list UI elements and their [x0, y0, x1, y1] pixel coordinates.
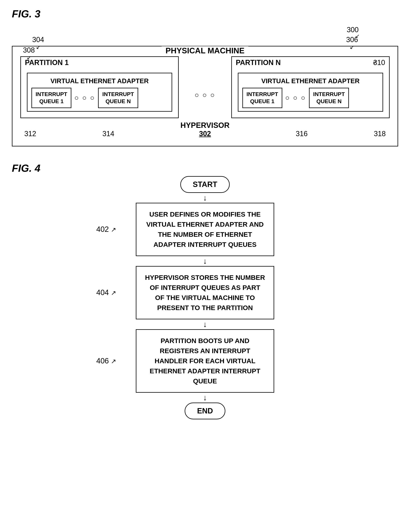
- interrupt-queues-row1: INTERRUPT QUEUE 1 ○ ○ ○ INTERRUPT QUEUE …: [31, 88, 168, 108]
- partitionN-label: PARTITION N: [236, 58, 281, 67]
- partitions-row: 308 ↙ PARTITION 1 VIRTUAL ETHERNET ADAPT…: [20, 56, 390, 118]
- partitionN-box: PARTITION N 310 ↙ VIRTUAL ETHERNET ADAPT…: [231, 56, 390, 118]
- step404-container: 404 ↗ HYPERVISOR STORES THE NUMBER OF IN…: [136, 266, 274, 319]
- ref-318: 318: [374, 130, 386, 138]
- physical-machine-label: PHYSICAL MACHINE: [162, 46, 248, 55]
- interrupt-queue1: INTERRUPT QUEUE 1: [31, 88, 71, 108]
- virtual-ea-boxN: VIRTUAL ETHERNET ADAPTER INTERRUPT QUEUE…: [238, 73, 383, 112]
- step402-text: USER DEFINES OR MODIFIES THE VIRTUAL ETH…: [146, 210, 264, 248]
- hypervisor-label: HYPERVISOR: [181, 121, 229, 130]
- ref-314: 314: [102, 130, 114, 138]
- step402-box: USER DEFINES OR MODIFIES THE VIRTUAL ETH…: [136, 203, 274, 256]
- start-oval: START: [180, 176, 230, 193]
- step406-ref: 406 ↗: [96, 357, 116, 365]
- arrow1: ↓: [203, 194, 207, 202]
- step406-box: PARTITION BOOTS UP AND REGISTERS AN INTE…: [136, 329, 274, 393]
- step404-ref: 404 ↗: [96, 288, 116, 297]
- hypervisor-ref: 302: [181, 130, 229, 138]
- end-oval: END: [185, 403, 225, 419]
- dots1: ○ ○ ○: [74, 94, 95, 102]
- start-label: START: [193, 180, 217, 189]
- arrow3: ↓: [203, 320, 207, 328]
- hypervisor-block: HYPERVISOR 302: [181, 121, 229, 138]
- flowchart: START ↓ 402 ↗ USER DEFINES OR MODIFIES T…: [12, 176, 398, 419]
- step406-container: 406 ↗ PARTITION BOOTS UP AND REGISTERS A…: [136, 329, 274, 393]
- fig3-section: FIG. 3 300 ↙ PHYSICAL MACHINE 304 ↙ 306 …: [12, 8, 398, 146]
- step404-box: HYPERVISOR STORES THE NUMBER OF INTERRUP…: [136, 266, 274, 319]
- interrupt-queues-rowN: INTERRUPT QUEUE 1 ○ ○ ○ INTERRUPT QUEUE …: [242, 88, 379, 108]
- arrow-310: ↙: [373, 58, 377, 65]
- ref-316: 316: [296, 130, 308, 138]
- interrupt-queue1b: INTERRUPT QUEUE 1: [242, 88, 282, 108]
- dotsN: ○ ○ ○: [285, 94, 306, 102]
- virtual-ea-label1: VIRTUAL ETHERNET ADAPTER: [31, 77, 168, 85]
- virtual-ea-labelN: VIRTUAL ETHERNET ADAPTER: [242, 77, 379, 85]
- fig4-title: FIG. 4: [12, 162, 398, 174]
- ref-312: 312: [24, 130, 36, 138]
- fig4-section: FIG. 4 START ↓ 402 ↗ USER DEFINES OR MOD…: [12, 162, 398, 419]
- arrow2: ↓: [203, 257, 207, 265]
- interrupt-queueN: INTERRUPT QUEUE N: [98, 88, 138, 108]
- step402-container: 402 ↗ USER DEFINES OR MODIFIES THE VIRTU…: [136, 203, 274, 256]
- end-label: END: [197, 407, 213, 415]
- step402-ref: 402 ↗: [96, 225, 116, 234]
- partition1-box: 308 ↙ PARTITION 1 VIRTUAL ETHERNET ADAPT…: [20, 56, 179, 118]
- arrow4: ↓: [203, 394, 207, 402]
- physical-machine-box: PHYSICAL MACHINE 304 ↙ 306 ↙ 308 ↙ PARTI…: [12, 46, 398, 146]
- virtual-ea-box1: VIRTUAL ETHERNET ADAPTER INTERRUPT QUEUE…: [27, 73, 172, 112]
- step404-text: HYPERVISOR STORES THE NUMBER OF INTERRUP…: [145, 274, 265, 312]
- ref-306: 306 ↙: [346, 36, 358, 50]
- fig3-title: FIG. 3: [12, 8, 40, 20]
- partition1-label: PARTITION 1: [25, 58, 69, 67]
- ref-300: 300: [347, 26, 359, 34]
- interrupt-queueNb: INTERRUPT QUEUE N: [309, 88, 349, 108]
- step406-text: PARTITION BOOTS UP AND REGISTERS AN INTE…: [150, 337, 260, 385]
- partition-separator-dots: ○ ○ ○: [191, 91, 219, 99]
- ref-numbers-row: 312 314 HYPERVISOR 302 316 318: [20, 121, 390, 138]
